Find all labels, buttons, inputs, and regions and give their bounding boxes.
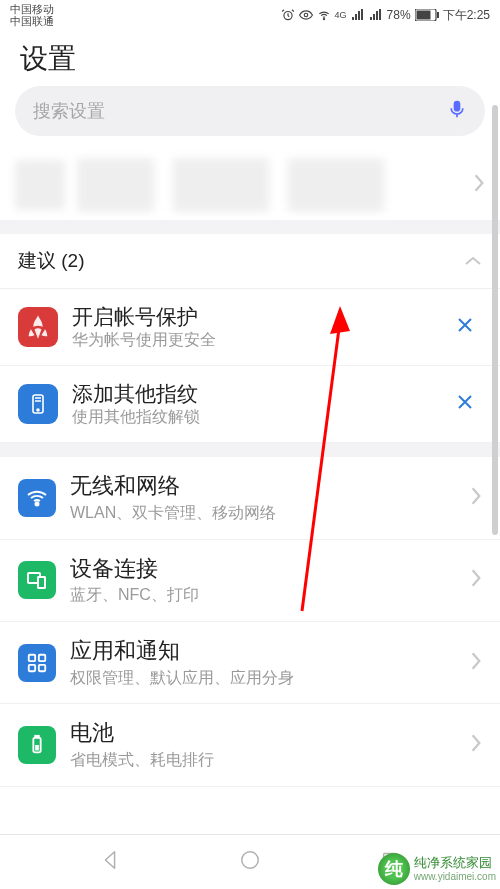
svg-rect-13 xyxy=(39,654,45,660)
svg-point-8 xyxy=(36,502,39,505)
setting-title: 应用和通知 xyxy=(70,637,470,666)
dismiss-button[interactable] xyxy=(448,386,482,422)
net-label: 4G xyxy=(335,10,347,20)
setting-subtitle: 蓝牙、NFC、打印 xyxy=(70,585,470,606)
content-scroll[interactable]: 搜索设置 建议 (2) 开启帐号保护 xyxy=(0,86,500,834)
watermark-badge-icon: 纯 xyxy=(378,853,410,885)
wifi-icon xyxy=(317,8,331,22)
nav-back-button[interactable] xyxy=(85,843,135,881)
search-placeholder: 搜索设置 xyxy=(33,99,447,123)
fingerprint-icon xyxy=(18,384,58,424)
profile-redacted-text xyxy=(77,158,461,212)
svg-rect-10 xyxy=(38,577,45,588)
svg-rect-4 xyxy=(416,11,430,20)
watermark-url: www.yidaimei.com xyxy=(414,871,496,882)
svg-rect-17 xyxy=(35,736,39,738)
svg-rect-12 xyxy=(29,654,35,660)
chevron-right-icon xyxy=(470,568,482,592)
section-gap xyxy=(0,220,500,234)
dismiss-button[interactable] xyxy=(448,309,482,345)
setting-subtitle: WLAN、双卡管理、移动网络 xyxy=(70,503,470,524)
battery-icon xyxy=(415,9,439,21)
chevron-up-icon xyxy=(464,250,482,272)
nav-home-button[interactable] xyxy=(225,843,275,881)
suggestion-title: 开启帐号保护 xyxy=(72,303,448,330)
carrier-label: 中国移动 中国联通 xyxy=(10,3,54,27)
svg-point-21 xyxy=(242,852,259,869)
svg-rect-5 xyxy=(437,12,439,18)
suggestion-title: 添加其他指纹 xyxy=(72,380,448,407)
mic-icon[interactable] xyxy=(447,97,467,125)
carrier-2: 中国联通 xyxy=(10,15,54,27)
profile-card[interactable] xyxy=(0,146,500,220)
suggestion-subtitle: 华为帐号使用更安全 xyxy=(72,330,448,351)
svg-rect-14 xyxy=(29,664,35,670)
search-input[interactable]: 搜索设置 xyxy=(15,86,485,136)
battery-tile-icon xyxy=(18,726,56,764)
setting-battery[interactable]: 电池 省电模式、耗电排行 xyxy=(0,704,500,786)
section-gap xyxy=(0,443,500,457)
suggestion-text: 添加其他指纹 使用其他指纹解锁 xyxy=(72,380,448,428)
battery-percent: 78% xyxy=(387,8,411,22)
setting-subtitle: 权限管理、默认应用、应用分身 xyxy=(70,668,470,689)
suggestions-label: 建议 (2) xyxy=(18,248,85,274)
chevron-right-icon xyxy=(470,733,482,757)
chevron-right-icon xyxy=(470,651,482,675)
svg-point-2 xyxy=(323,19,324,20)
suggestion-text: 开启帐号保护 华为帐号使用更安全 xyxy=(72,303,448,351)
suggestions-header[interactable]: 建议 (2) xyxy=(0,234,500,289)
status-bar: 中国移动 中国联通 4G 78% 下午2:25 xyxy=(0,0,500,30)
avatar xyxy=(15,160,65,210)
status-icons: 4G 78% 下午2:25 xyxy=(281,7,490,24)
device-link-icon xyxy=(18,561,56,599)
svg-rect-15 xyxy=(39,664,45,670)
suggestion-account-protect[interactable]: 开启帐号保护 华为帐号使用更安全 xyxy=(0,289,500,366)
huawei-icon xyxy=(18,307,58,347)
eye-icon xyxy=(299,8,313,22)
setting-title: 设备连接 xyxy=(70,555,470,584)
suggestion-add-fingerprint[interactable]: 添加其他指纹 使用其他指纹解锁 xyxy=(0,366,500,443)
svg-point-1 xyxy=(304,13,308,17)
setting-title: 无线和网络 xyxy=(70,472,470,501)
page-title: 设置 xyxy=(20,40,480,78)
watermark: 纯 纯净系统家园 www.yidaimei.com xyxy=(378,853,496,885)
apps-icon xyxy=(18,644,56,682)
suggestion-subtitle: 使用其他指纹解锁 xyxy=(72,407,448,428)
setting-wireless-network[interactable]: 无线和网络 WLAN、双卡管理、移动网络 xyxy=(0,457,500,539)
signal-2-icon xyxy=(369,9,383,21)
setting-device-connect[interactable]: 设备连接 蓝牙、NFC、打印 xyxy=(0,540,500,622)
alarm-icon xyxy=(281,8,295,22)
setting-title: 电池 xyxy=(70,719,470,748)
svg-point-7 xyxy=(37,409,39,411)
carrier-1: 中国移动 xyxy=(10,3,54,15)
svg-rect-18 xyxy=(35,745,39,751)
wifi-tile-icon xyxy=(18,479,56,517)
watermark-name: 纯净系统家园 xyxy=(414,856,496,870)
clock-text: 下午2:25 xyxy=(443,7,490,24)
chevron-right-icon xyxy=(473,173,485,197)
scrollbar-thumb[interactable] xyxy=(492,105,498,535)
setting-subtitle: 省电模式、耗电排行 xyxy=(70,750,470,771)
chevron-right-icon xyxy=(470,486,482,510)
setting-apps-notifications[interactable]: 应用和通知 权限管理、默认应用、应用分身 xyxy=(0,622,500,704)
signal-1-icon xyxy=(351,9,365,21)
